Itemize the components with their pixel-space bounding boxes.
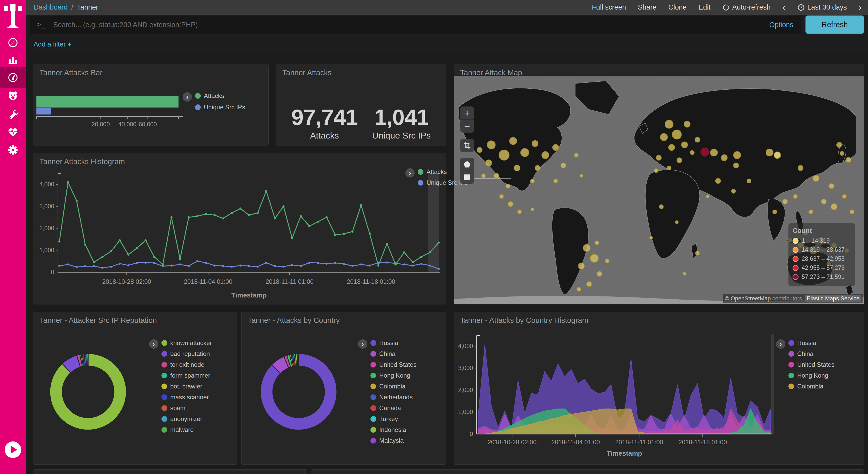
draw-rectangle-button[interactable] (460, 171, 474, 184)
world-map[interactable]: + − (454, 76, 864, 304)
attack-circle[interactable] (494, 173, 499, 178)
legend-item[interactable]: spam (161, 405, 212, 412)
attack-circle[interactable] (486, 160, 492, 166)
attack-circle[interactable] (665, 120, 673, 128)
attack-circle[interactable] (731, 189, 736, 193)
legend-item[interactable]: China (788, 350, 834, 357)
attack-circle[interactable] (734, 151, 741, 159)
legend-toggle-arrow[interactable]: › (358, 339, 367, 349)
attack-circle[interactable] (672, 130, 681, 139)
attack-circle[interactable] (518, 210, 522, 214)
attack-circle[interactable] (747, 179, 751, 183)
timepicker-button[interactable]: Last 30 days (798, 3, 847, 11)
osm-attribution[interactable]: © OpenStreetMap (725, 295, 771, 302)
autorefresh-button[interactable]: Auto-refresh (722, 3, 771, 11)
attack-circle[interactable] (821, 199, 827, 204)
legend-item[interactable]: Russia (788, 339, 834, 347)
attack-circle[interactable] (660, 134, 668, 141)
legend-item[interactable]: known attacker (161, 339, 212, 347)
attack-circle[interactable] (521, 148, 529, 157)
sidebar-collapse-button[interactable] (5, 441, 21, 458)
share-button[interactable]: Share (638, 3, 656, 11)
fullscreen-button[interactable]: Full screen (592, 3, 626, 11)
breadcrumb-dashboard-link[interactable]: Dashboard (34, 3, 68, 11)
legend-item[interactable]: Colombia (370, 383, 416, 390)
donut-slice[interactable] (87, 354, 88, 366)
legend-item[interactable]: Malaysia (370, 437, 416, 444)
attack-circle[interactable] (531, 208, 534, 211)
attack-circle[interactable] (597, 271, 602, 276)
attacks-line-chart[interactable]: 01,0002,0003,0004,0002018-10-28 02:00201… (33, 153, 445, 304)
attack-circle[interactable] (508, 202, 513, 207)
attack-circle[interactable] (514, 165, 520, 171)
attack-circle[interactable] (734, 163, 739, 168)
legend-item[interactable]: Turkey (370, 415, 416, 422)
timelion-icon[interactable] (7, 90, 19, 101)
attack-circle[interactable] (701, 148, 709, 156)
legend-toggle-arrow[interactable]: › (149, 339, 158, 349)
time-back-chevron[interactable]: ‹ (782, 4, 785, 11)
attack-circle[interactable] (710, 149, 718, 156)
attack-circle[interactable] (766, 149, 773, 156)
attack-circle[interactable] (506, 184, 510, 188)
attack-circle[interactable] (605, 259, 609, 263)
discover-icon[interactable] (7, 37, 19, 48)
attack-circle[interactable] (793, 195, 798, 199)
add-filter-link[interactable]: Add a filter + (34, 40, 71, 48)
clone-button[interactable]: Clone (668, 3, 687, 11)
legend-item[interactable]: Attacks (195, 92, 245, 99)
attack-circle[interactable] (532, 140, 538, 147)
attack-circle[interactable] (477, 147, 482, 152)
legend-item[interactable]: Hong Kong (370, 372, 416, 379)
legend-item[interactable]: anonymizer (161, 415, 212, 422)
attack-circle[interactable] (499, 195, 503, 199)
attack-circle[interactable] (809, 210, 813, 214)
dashboard-icon[interactable] (7, 72, 19, 83)
legend-item[interactable]: United States (788, 361, 834, 368)
legend-item[interactable]: form spammer (161, 372, 212, 379)
refresh-button[interactable]: Refresh (805, 16, 864, 34)
attack-circle[interactable] (659, 205, 663, 209)
legend-toggle-arrow[interactable]: › (183, 92, 192, 101)
attack-circle[interactable] (695, 251, 700, 255)
attack-circle[interactable] (667, 166, 671, 170)
attack-circle[interactable] (656, 155, 661, 160)
attack-circle[interactable] (561, 163, 566, 168)
fit-data-bounds-button[interactable] (460, 139, 474, 152)
attack-circle[interactable] (574, 153, 579, 157)
attack-circle[interactable] (774, 152, 781, 158)
legend-item[interactable]: bot, crawler (161, 383, 212, 390)
time-forward-chevron[interactable]: › (859, 4, 862, 11)
attack-circle[interactable] (829, 183, 834, 189)
legend-item[interactable]: China (370, 350, 416, 357)
attack-circle[interactable] (649, 236, 653, 239)
visualize-icon[interactable] (7, 54, 19, 65)
edit-button[interactable]: Edit (699, 3, 711, 11)
attack-circle[interactable] (681, 142, 688, 148)
attack-circle[interactable] (487, 141, 495, 149)
attack-circle[interactable] (846, 157, 851, 162)
attack-circle[interactable] (695, 137, 700, 142)
attack-circle[interactable] (850, 210, 854, 214)
donut-slice[interactable] (297, 354, 299, 366)
monitoring-icon[interactable] (7, 126, 19, 138)
legend-item[interactable]: bad reputation (161, 350, 212, 357)
attack-circle[interactable] (798, 166, 803, 171)
attack-circle[interactable] (721, 154, 727, 161)
attack-circle[interactable] (482, 174, 486, 178)
attack-circle[interactable] (499, 150, 509, 160)
attack-circle[interactable] (840, 151, 844, 155)
attack-circle[interactable] (782, 199, 788, 204)
attack-circle[interactable] (554, 179, 558, 183)
attack-circle[interactable] (842, 195, 846, 199)
attack-circle[interactable] (716, 178, 721, 183)
legend-toggle-arrow[interactable]: › (405, 168, 414, 178)
query-options-link[interactable]: Options (769, 21, 793, 29)
attack-circle[interactable] (831, 204, 837, 210)
legend-item[interactable]: Colombia (788, 383, 834, 390)
attack-circle[interactable] (690, 150, 694, 154)
attack-circle[interactable] (542, 151, 549, 159)
legend-item[interactable]: United States (370, 361, 416, 368)
legend-toggle-arrow[interactable]: › (776, 339, 785, 349)
attack-circle[interactable] (509, 137, 517, 145)
